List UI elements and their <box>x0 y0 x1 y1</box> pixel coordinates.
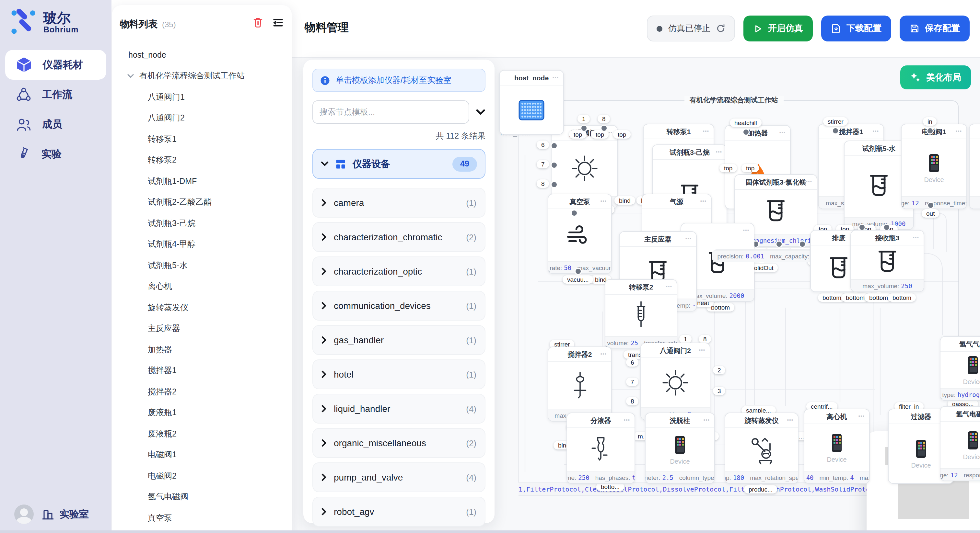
port-dot[interactable] <box>927 128 932 133</box>
tree-item[interactable]: 转移泵2 <box>112 150 292 171</box>
tree-item[interactable]: 旋转蒸发仪 <box>112 297 292 318</box>
tree-item[interactable]: 试剂瓶5-水 <box>112 255 292 276</box>
port-dot[interactable] <box>800 241 805 247</box>
tree-item[interactable]: 废液瓶2 <box>112 424 292 444</box>
tree-item[interactable]: 离心机 <box>112 276 292 297</box>
tree-item[interactable]: 试剂瓶2-乙酸乙酯 <box>112 192 292 213</box>
simulation-status-pill[interactable]: 仿真已停止 <box>647 16 735 41</box>
node-menu-icon[interactable]: ⋯ <box>600 194 607 209</box>
port-dot[interactable] <box>833 128 838 133</box>
port-label[interactable]: 1 <box>578 115 590 123</box>
node-menu-icon[interactable]: ⋯ <box>624 413 631 427</box>
category-row-pump_and_valve[interactable]: pump_and_valve(4) <box>312 462 485 492</box>
node-menu-icon[interactable]: ⋯ <box>552 71 559 85</box>
category-row-robot_agv[interactable]: robot_agv(1) <box>312 497 485 527</box>
port-dot[interactable] <box>776 241 781 247</box>
port-label[interactable]: heatchill <box>730 119 762 127</box>
port-label[interactable]: top <box>741 164 759 172</box>
tree-item[interactable]: 真空泵 <box>112 508 292 529</box>
port-label[interactable]: top <box>591 130 609 139</box>
port-label[interactable]: 1 <box>679 335 692 343</box>
port-label[interactable]: 8 <box>598 115 610 123</box>
node-vacuum-pump[interactable]: 真空泵⋯pump_rate:50max_vacuum:0.1 <box>548 194 612 274</box>
node-transfer-pump-2[interactable]: 转移泵2⋯max_volume:25transfer_rate:10 <box>605 279 677 349</box>
port-label[interactable]: 8 <box>699 335 711 343</box>
collapse-list-icon[interactable] <box>272 17 284 27</box>
tree-group-workstation[interactable]: 有机化学流程综合测试工作站 <box>112 66 292 87</box>
node-rotovap[interactable]: 旋转蒸发仪⋯temp:180max_rotation_speed: <box>725 412 799 484</box>
port-dot[interactable] <box>581 125 586 131</box>
tree-item[interactable]: 搅拌器2 <box>112 381 292 403</box>
port-label[interactable]: bind <box>614 196 635 205</box>
port-label[interactable]: 8 <box>626 397 639 405</box>
node-menu-icon[interactable]: ⋯ <box>872 124 880 139</box>
tree-item[interactable]: 主反应器 <box>112 318 292 339</box>
collapse-chevron-icon[interactable] <box>476 109 485 115</box>
port-dot[interactable] <box>552 143 557 148</box>
port-label[interactable]: 7 <box>626 378 639 386</box>
port-label[interactable]: top <box>569 130 587 139</box>
tree-item[interactable]: 八通阀门2 <box>112 108 292 129</box>
refresh-icon[interactable] <box>716 24 725 33</box>
tree-item[interactable]: 试剂瓶3-己烷 <box>112 213 292 234</box>
node-menu-icon[interactable]: ⋯ <box>806 175 813 189</box>
node-stirrer-2[interactable]: 搅拌器2⋯max_speed:2000 <box>548 346 612 422</box>
tree-item[interactable]: 转移泵1 <box>112 129 292 150</box>
download-config-button[interactable]: 下载配置 <box>821 16 891 41</box>
port-label[interactable]: top <box>613 130 631 139</box>
node-precision-bar[interactable]: precision:0.001max_capacity:10 <box>712 249 824 262</box>
node-centrifuge[interactable]: 离心机⋯Devicetemp:40min_temp:4max_spe <box>804 409 870 484</box>
node-separator[interactable]: 分液器⋯volume:250has_phases:true <box>566 412 635 484</box>
node-h2-solenoid-valve[interactable]: 氢气电磁阀⋯Devicevoltage:12response_time:0.1 <box>940 406 980 481</box>
node-menu-icon[interactable]: ⋯ <box>699 343 706 357</box>
port-label[interactable]: bottom <box>888 293 916 302</box>
category-row-communication_devices[interactable]: communication_devices(1) <box>312 291 485 320</box>
port-dot[interactable] <box>928 203 933 208</box>
node-menu-icon[interactable]: ⋯ <box>685 232 692 246</box>
port-label[interactable]: in <box>923 117 937 125</box>
sidebar-item-cube[interactable]: 仪器耗材 <box>5 50 106 80</box>
node-menu-icon[interactable]: ⋯ <box>716 145 723 159</box>
port-dot[interactable] <box>552 162 557 167</box>
node-menu-icon[interactable]: ⋯ <box>600 347 607 362</box>
port-dot[interactable] <box>743 130 748 135</box>
port-label[interactable]: 6 <box>626 358 639 366</box>
beautify-layout-button[interactable]: 美化布局 <box>900 65 971 89</box>
port-label[interactable]: 2 <box>713 366 725 374</box>
port-label[interactable]: 3 <box>713 387 725 395</box>
avatar[interactable] <box>14 504 34 524</box>
port-dot[interactable] <box>571 211 576 216</box>
node-solenoid-valve-1[interactable]: 电磁阀1⋯Devicevoltage:12response_time:0.1 <box>901 124 967 209</box>
port-label[interactable]: 8 <box>537 179 549 188</box>
node-menu-icon[interactable]: ⋯ <box>703 124 710 139</box>
tree-item[interactable]: 加热器 <box>112 339 292 360</box>
category-row-camera[interactable]: camera(1) <box>312 188 485 217</box>
tree-item[interactable]: 搅拌器1 <box>112 360 292 381</box>
node-menu-icon[interactable]: ⋯ <box>666 280 673 294</box>
category-row-organic_miscellaneous[interactable]: organic_miscellaneous(2) <box>312 428 485 458</box>
trash-icon[interactable] <box>253 17 263 28</box>
tree-item[interactable]: 试剂瓶1-DMF <box>112 171 292 192</box>
category-instruments[interactable]: 仪器设备 49 <box>312 149 485 179</box>
tree-item[interactable]: 电磁阀1 <box>112 444 292 466</box>
node-menu-icon[interactable]: ⋯ <box>743 224 750 238</box>
port-label[interactable]: top <box>719 164 737 172</box>
tree-item[interactable]: 氢气电磁阀 <box>112 487 292 508</box>
port-label[interactable]: 6 <box>537 141 549 149</box>
tree-item[interactable]: 试剂瓶4-甲醇 <box>112 234 292 255</box>
tree-item[interactable]: 电磁阀2 <box>112 466 292 487</box>
port-dot[interactable] <box>552 182 557 187</box>
node-menu-icon[interactable]: ⋯ <box>858 409 865 424</box>
node-menu-icon[interactable]: ⋯ <box>787 413 794 427</box>
node-menu-icon[interactable]: ⋯ <box>779 125 786 140</box>
category-row-characterization_optic[interactable]: characterization_optic(1) <box>312 257 485 286</box>
node-menu-icon[interactable]: ⋯ <box>955 124 963 139</box>
port-label[interactable]: 7 <box>537 160 549 168</box>
tree-item[interactable]: 废液瓶1 <box>112 403 292 424</box>
port-dot[interactable] <box>859 225 864 230</box>
port-label[interactable]: produc... <box>744 485 777 493</box>
node-receive-bottle-3[interactable]: 接收瓶3⋯max_volume:250 <box>850 230 924 292</box>
tree-item[interactable]: 八通阀门1 <box>112 87 292 108</box>
node-h2-source[interactable]: 氢气气源⋯Devicegas_type:hydrogenmax_pre <box>940 336 980 401</box>
sidebar-item-experiment[interactable]: 实验 <box>5 139 106 169</box>
